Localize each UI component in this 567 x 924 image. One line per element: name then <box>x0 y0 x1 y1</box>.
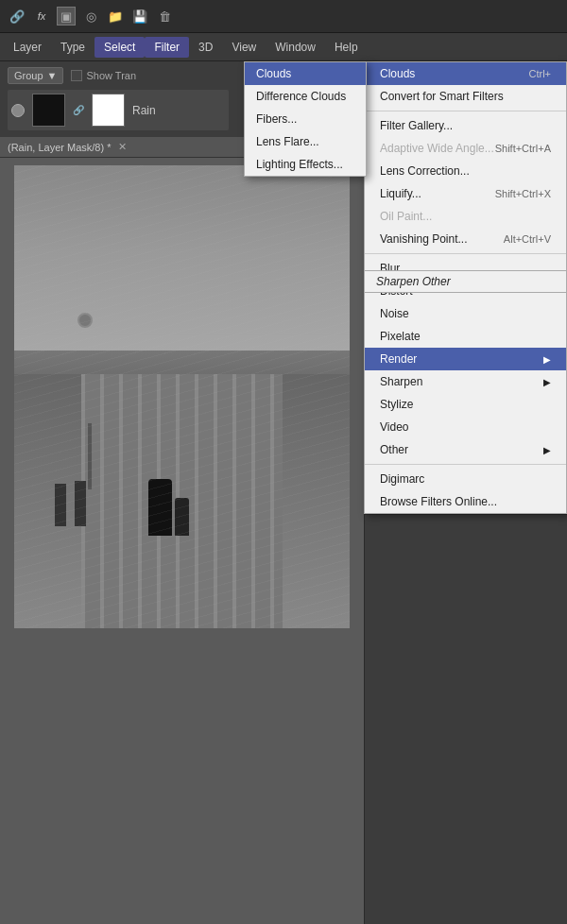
render-submenu-lighting[interactable]: Lighting Effects... <box>245 153 366 176</box>
rain-overlay <box>14 165 350 628</box>
filter-menu-vanishing[interactable]: Vanishing Point... Alt+Ctrl+V <box>365 228 566 250</box>
render-submenu-diff-clouds[interactable]: Difference Clouds <box>245 85 366 108</box>
toolbar: 🔗 fx ▣ ◎ 📁 💾 🗑 <box>0 0 567 33</box>
tab-close-icon[interactable]: ✕ <box>118 141 127 153</box>
folder-icon[interactable]: 📁 <box>106 7 125 26</box>
canvas-area <box>0 156 364 924</box>
filter-menu-convert[interactable]: Convert for Smart Filters <box>365 85 566 108</box>
filter-menu-digimarc[interactable]: Digimarc <box>365 468 566 490</box>
menu-window[interactable]: Window <box>266 37 325 58</box>
filter-menu-other[interactable]: Other ▶ <box>365 438 566 461</box>
render-submenu-fibers[interactable]: Fibers... <box>245 108 366 130</box>
layer-row-rain[interactable]: 🔗 Rain <box>8 90 229 130</box>
menu-type[interactable]: Type <box>51 37 94 58</box>
filter-menu-oilpaint: Oil Paint... <box>365 205 566 228</box>
chain-link-icon: 🔗 <box>73 105 84 115</box>
filter-menu-sharpen[interactable]: Sharpen ▶ <box>365 370 566 393</box>
delete-icon[interactable]: 🗑 <box>155 7 174 26</box>
filter-menu-browse[interactable]: Browse Filters Online... <box>365 490 566 513</box>
canvas-image <box>14 165 350 628</box>
filter-menu-adaptive: Adaptive Wide Angle... Shift+Ctrl+A <box>365 137 566 160</box>
eye-icon[interactable] <box>11 104 25 117</box>
menu-view[interactable]: View <box>222 37 266 58</box>
menu-3d[interactable]: 3D <box>189 37 222 58</box>
layer-mask-white <box>92 94 125 127</box>
filter-menu-stylize[interactable]: Stylize <box>365 393 566 416</box>
layers-options: Group ▼ Show Tran <box>8 67 229 84</box>
show-trans-checkbox[interactable] <box>71 70 82 81</box>
menu-help[interactable]: Help <box>325 37 368 58</box>
show-trans-option: Show Tran <box>71 70 136 81</box>
filter-menu-liquify[interactable]: Liquify... Shift+Ctrl+X <box>365 182 566 205</box>
filter-sep-2 <box>365 253 566 254</box>
menu-select[interactable]: Select <box>94 37 145 58</box>
filter-menu-lens[interactable]: Lens Correction... <box>365 160 566 182</box>
sharpen-other-label: Sharpen Other <box>364 270 567 293</box>
active-layer-row: 🔗 Rain <box>8 90 229 130</box>
filter-menu-clouds[interactable]: Clouds Ctrl+ <box>365 62 566 85</box>
photo-background <box>14 165 350 628</box>
layers-top-section: Group ▼ Show Tran 🔗 Rain <box>0 61 236 136</box>
filter-menu-noise[interactable]: Noise <box>365 302 566 325</box>
layer-icon[interactable]: ▣ <box>57 7 76 26</box>
menu-filter[interactable]: Filter <box>145 37 189 58</box>
render-submenu-clouds[interactable]: Clouds <box>245 62 366 85</box>
layer-thumb-black <box>32 94 65 127</box>
filter-menu-video[interactable]: Video <box>365 416 566 438</box>
menu-layer[interactable]: Layer <box>4 37 51 58</box>
filter-menu-gallery[interactable]: Filter Gallery... <box>365 114 566 137</box>
fx-icon[interactable]: fx <box>32 7 51 26</box>
chain-icon[interactable]: 🔗 <box>8 7 26 26</box>
filter-menu-pixelate[interactable]: Pixelate <box>365 325 566 348</box>
menubar: Layer Type Select Filter 3D View Window … <box>0 33 567 61</box>
circle-icon[interactable]: ◎ <box>81 7 100 26</box>
save-icon[interactable]: 💾 <box>130 7 149 26</box>
group-select[interactable]: Group ▼ <box>8 67 63 84</box>
render-submenu: Clouds Difference Clouds Fibers... Lens … <box>244 61 367 177</box>
filter-sep-3 <box>365 464 566 465</box>
filter-menu-render[interactable]: Render ▶ <box>365 348 566 370</box>
filter-sep-1 <box>365 111 566 111</box>
layer-name: Rain <box>132 104 156 117</box>
render-submenu-lens-flare[interactable]: Lens Flare... <box>245 130 366 153</box>
